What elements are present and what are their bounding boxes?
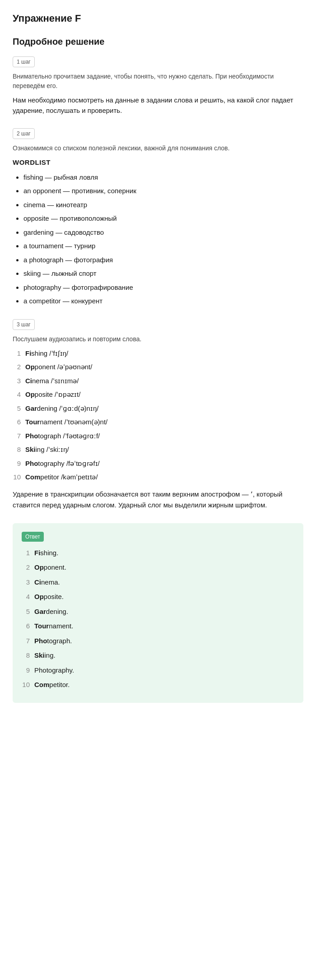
pronunciation-list: 1Fishing /ˈfɪʃɪŋ/2Opponent /əˈpəʊnənt/3C… [13,348,303,483]
item-number: 1 [22,548,30,558]
answer-word: Fishing. [34,548,58,558]
section-title: Подробное решение [13,35,303,48]
wordlist-item: skiing — лыжный спорт [23,269,303,279]
answer-item: 3Cinema. [22,577,294,588]
item-number: 3 [22,577,30,588]
answer-item: 7Photograph. [22,636,294,646]
answer-word: Competitor. [34,680,70,690]
answer-word: Skiing. [34,650,56,661]
answer-word: Gardening. [34,607,68,617]
pronunciation-word: Fishing /ˈfɪʃɪŋ/ [25,348,68,359]
wordlist-title: WORDLIST [13,158,303,168]
wordlist-item: an opponent — противник, соперник [23,186,303,196]
item-number: 3 [13,376,21,386]
answer-word: Opponent. [34,562,66,573]
answer-item: 8Skiing. [22,650,294,661]
wordlist-item: cinema — кинотеатр [23,200,303,210]
pronunciation-word: Cinema /ˈsɪnɪmə/ [25,376,79,386]
answer-word: Photograph. [34,636,72,646]
item-number: 6 [13,417,21,427]
pronunciation-word: Competitor /kəmˈpetɪtə/ [25,472,98,483]
answer-item: 10Competitor. [22,680,294,690]
pronunciation-item: 4Opposite /ˈɒpəzɪt/ [13,390,303,400]
item-number: 4 [22,592,30,602]
step-1-block: 1 шаг Внимательно прочитаем задание, что… [13,56,303,116]
item-number: 2 [13,362,21,372]
step-2-block: 2 шаг Ознакомимся со списком полезной ле… [13,128,303,307]
item-number: 7 [22,636,30,646]
pronunciation-item: 1Fishing /ˈfɪʃɪŋ/ [13,348,303,359]
item-number: 9 [13,459,21,469]
step-1-desc: Внимательно прочитаем задание, чтобы пон… [13,72,303,91]
pronunciation-word: Opponent /əˈpəʊnənt/ [25,362,92,372]
item-number: 5 [22,607,30,617]
answer-item: 9Photography. [22,665,294,676]
stress-note: Ударение в транскрипции обозначается вот… [13,489,303,511]
item-number: 5 [13,404,21,414]
pronunciation-item: 9Photography /fəˈtɒɡrəfɪ/ [13,459,303,469]
step-1-badge: 1 шаг [13,56,35,67]
answer-item: 2Opponent. [22,562,294,573]
wordlist-item: opposite — противоположный [23,214,303,224]
wordlist-item: photography — фотографирование [23,283,303,293]
pronunciation-word: Tournament /ˈtʊənəm(ə)nt/ [25,417,107,427]
item-number: 9 [22,665,30,676]
answer-word: Photography. [34,665,74,676]
pronunciation-item: 2Opponent /əˈpəʊnənt/ [13,362,303,372]
pronunciation-word: Skiing /ˈskiːɪŋ/ [25,445,69,455]
answer-block: Ответ 1Fishing.2Opponent.3Cinema.4Opposi… [13,523,303,703]
step-3-block: 3 шаг Послушаем аудиозапись и повторим с… [13,319,303,511]
answer-list: 1Fishing.2Opponent.3Cinema.4Opposite.5Ga… [22,548,294,690]
pronunciation-item: 8Skiing /ˈskiːɪŋ/ [13,445,303,455]
wordlist-item: a photograph — фотография [23,255,303,265]
pronunciation-word: Opposite /ˈɒpəzɪt/ [25,390,80,400]
pronunciation-word: Photograph /ˈfəʊtəɡrɑːf/ [25,431,100,441]
step-3-desc: Послушаем аудиозапись и повторим слова. [13,334,303,344]
page-title: Упражнение F [13,11,303,26]
pronunciation-item: 3Cinema /ˈsɪnɪmə/ [13,376,303,386]
item-number: 4 [13,390,21,400]
wordlist-item: a competitor — конкурент [23,296,303,307]
answer-item: 4Opposite. [22,592,294,602]
pronunciation-item: 10Competitor /kəmˈpetɪtə/ [13,472,303,483]
answer-word: Tournament. [34,621,73,632]
answer-item: 5Gardening. [22,607,294,617]
answer-word: Opposite. [34,592,64,602]
step-1-text: Нам необходимо посмотреть на данные в за… [13,95,303,116]
item-number: 2 [22,562,30,573]
item-number: 1 [13,348,21,359]
answer-item: 1Fishing. [22,548,294,558]
answer-badge: Ответ [22,532,44,542]
step-2-badge: 2 шаг [13,128,35,139]
step-3-badge: 3 шаг [13,319,35,330]
wordlist: fishing — рыбная ловляan opponent — прот… [13,172,303,307]
wordlist-item: fishing — рыбная ловля [23,172,303,183]
wordlist-item: gardening — садоводство [23,228,303,238]
item-number: 6 [22,621,30,632]
pronunciation-item: 7Photograph /ˈfəʊtəɡrɑːf/ [13,431,303,441]
item-number: 8 [13,445,21,455]
item-number: 7 [13,431,21,441]
pronunciation-item: 5Gardening /ˈɡɑːd(ə)nɪŋ/ [13,404,303,414]
answer-item: 6Tournament. [22,621,294,632]
item-number: 10 [22,680,30,690]
item-number: 8 [22,650,30,661]
pronunciation-word: Gardening /ˈɡɑːd(ə)nɪŋ/ [25,404,98,414]
pronunciation-item: 6Tournament /ˈtʊənəm(ə)nt/ [13,417,303,427]
step-2-desc: Ознакомимся со списком полезной лексики,… [13,144,303,153]
answer-word: Cinema. [34,577,60,588]
pronunciation-word: Photography /fəˈtɒɡrəfɪ/ [25,459,100,469]
item-number: 10 [13,472,21,483]
wordlist-item: a tournament — турнир [23,241,303,251]
